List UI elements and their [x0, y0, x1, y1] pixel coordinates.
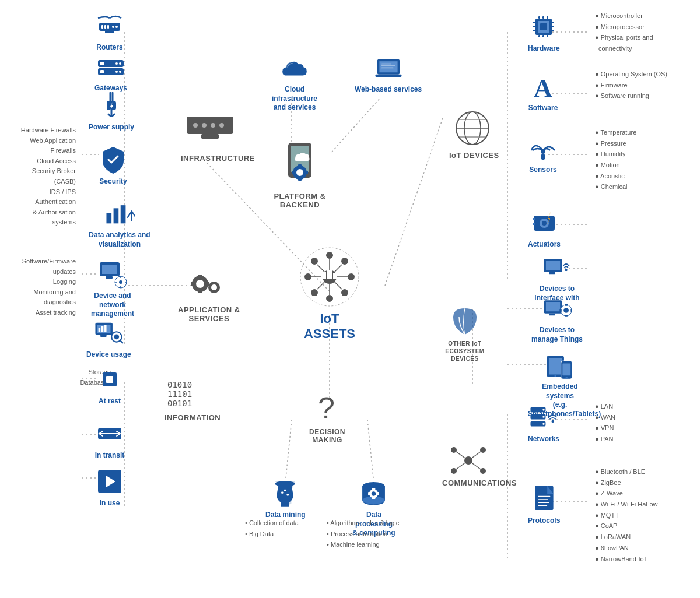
- svg-rect-157: [541, 154, 545, 160]
- hardware-node: Hardware: [528, 12, 560, 54]
- svg-text:?: ?: [318, 391, 335, 425]
- networks-node: Networks: [528, 402, 559, 444]
- svg-line-78: [120, 340, 123, 343]
- svg-point-105: [304, 273, 312, 280]
- svg-text:11101: 11101: [167, 389, 192, 399]
- data-mining-node: Data mining: [265, 478, 306, 520]
- svg-rect-97: [375, 75, 401, 77]
- svg-point-47: [219, 123, 224, 128]
- svg-rect-99: [381, 65, 395, 66]
- hardware-items: ● Microcontroller ● Microprocessor ● Phy…: [595, 10, 653, 54]
- svg-point-178: [554, 375, 556, 377]
- svg-rect-72: [100, 335, 106, 336]
- svg-text:01010: 01010: [167, 380, 192, 389]
- svg-point-123: [275, 481, 295, 486]
- gateways-node: Gateways: [94, 51, 127, 93]
- svg-point-108: [341, 258, 348, 265]
- routers-node: Routers: [94, 10, 125, 52]
- svg-point-160: [542, 221, 547, 226]
- svg-rect-73: [99, 328, 100, 332]
- svg-rect-62: [102, 265, 117, 274]
- svg-rect-152: [538, 35, 540, 37]
- svg-point-130: [372, 491, 376, 496]
- sensors-node: Sensors: [528, 133, 558, 175]
- svg-point-56: [211, 284, 217, 290]
- svg-line-7: [286, 420, 292, 478]
- svg-text:A: A: [534, 74, 552, 101]
- svg-line-117: [317, 282, 325, 289]
- svg-point-171: [564, 308, 569, 313]
- svg-rect-173: [565, 315, 568, 316]
- infrastructure-label: INFRASTRUCTURE: [181, 111, 255, 163]
- in-transit-node: In transit: [94, 418, 125, 460]
- svg-rect-98: [381, 64, 391, 65]
- svg-rect-41: [100, 70, 104, 73]
- svg-rect-164: [546, 261, 560, 270]
- at-rest-node: At rest: [94, 364, 125, 406]
- svg-rect-150: [542, 16, 544, 19]
- svg-point-125: [284, 489, 286, 491]
- svg-rect-177: [549, 358, 562, 375]
- svg-rect-58: [198, 290, 202, 293]
- svg-point-197: [551, 420, 554, 423]
- svg-rect-57: [198, 275, 202, 277]
- svg-rect-200: [538, 496, 550, 497]
- svg-rect-60: [206, 282, 209, 286]
- svg-rect-142: [540, 23, 547, 30]
- svg-line-116: [334, 265, 342, 272]
- svg-rect-59: [191, 282, 194, 286]
- svg-point-54: [196, 280, 204, 288]
- svg-line-5: [330, 99, 379, 154]
- svg-rect-174: [559, 309, 561, 312]
- svg-point-29: [112, 26, 114, 28]
- information-label: 01010 11101 00101 INFORMATION: [164, 376, 220, 422]
- protocols-node: Protocols: [528, 484, 560, 526]
- svg-rect-202: [538, 502, 549, 503]
- svg-rect-144: [533, 26, 536, 27]
- svg-rect-147: [552, 26, 554, 27]
- svg-rect-154: [547, 35, 548, 37]
- svg-rect-180: [562, 363, 570, 375]
- iot-assets-center: IoTASSETS: [286, 245, 373, 342]
- web-services-node: Web-based services: [355, 52, 422, 94]
- svg-point-44: [193, 123, 198, 128]
- svg-rect-172: [565, 304, 568, 305]
- svg-rect-92: [298, 178, 302, 181]
- svg-text:00101: 00101: [167, 399, 192, 408]
- svg-rect-48: [201, 134, 219, 139]
- data-processing-bullets: • Algorithms, rules & logic • Process au…: [327, 518, 399, 550]
- svg-point-156: [541, 149, 545, 154]
- svg-point-181: [566, 377, 568, 378]
- svg-point-196: [542, 423, 544, 425]
- protocols-items: ● Bluetooth / BLE ● ZigBee ● Z-Wave ● Wi…: [595, 466, 657, 564]
- svg-rect-32: [104, 25, 106, 29]
- data-mining-bullets: • Collection of data • Big Data: [245, 518, 299, 539]
- svg-rect-83: [106, 376, 113, 383]
- svg-line-9: [385, 117, 443, 286]
- svg-rect-169: [549, 314, 555, 315]
- actuators-node: Actuators: [528, 207, 561, 249]
- svg-line-115: [317, 265, 325, 272]
- svg-rect-94: [305, 171, 308, 174]
- svg-rect-51: [121, 205, 126, 223]
- svg-rect-33: [107, 25, 109, 29]
- app-services-section: APPLICATION &SERVICES: [178, 265, 240, 323]
- software-node: A Software: [528, 71, 558, 113]
- svg-rect-148: [552, 30, 554, 31]
- svg-rect-175: [570, 309, 572, 312]
- svg-line-8: [368, 420, 373, 478]
- svg-rect-49: [106, 213, 111, 223]
- svg-rect-168: [546, 302, 560, 312]
- security-node: Security: [98, 145, 128, 187]
- svg-rect-145: [533, 30, 536, 31]
- svg-point-45: [202, 123, 206, 128]
- svg-rect-100: [381, 68, 393, 69]
- svg-point-195: [542, 416, 544, 417]
- svg-point-104: [326, 295, 333, 302]
- svg-rect-132: [372, 497, 376, 499]
- svg-rect-30: [105, 31, 114, 33]
- svg-rect-149: [538, 16, 540, 19]
- svg-point-36: [119, 62, 121, 65]
- svg-line-190: [468, 460, 483, 471]
- svg-rect-161: [533, 218, 535, 220]
